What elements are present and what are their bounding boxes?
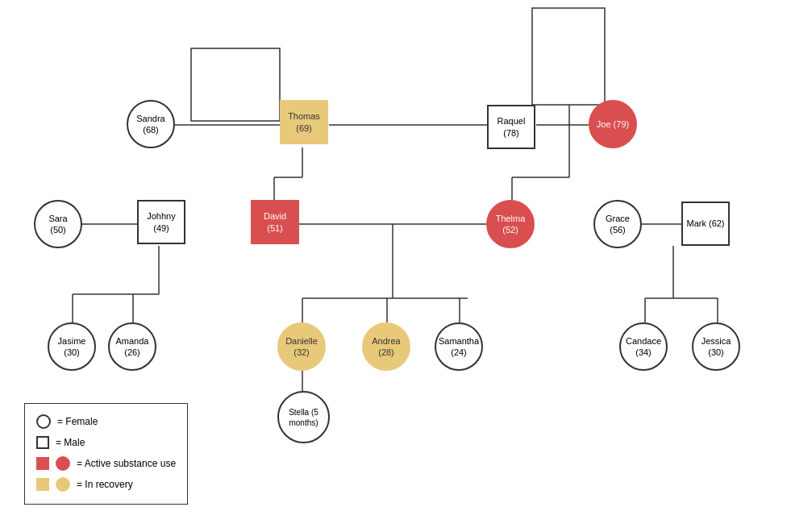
svg-rect-0	[191, 48, 280, 121]
legend-male-label: = Male	[56, 433, 85, 452]
grace-name: Grace	[606, 213, 630, 224]
jessica-shape: Jessica (30)	[692, 322, 740, 371]
legend-recovery-square-icon	[36, 478, 49, 491]
raquel-shape: Raquel (78)	[487, 105, 535, 149]
legend-active-circle-icon	[56, 456, 70, 471]
legend-recovery-row: = In recovery	[36, 475, 176, 494]
jessica-age: (30)	[708, 347, 724, 358]
raquel-age: (78)	[503, 127, 519, 139]
candace-age: (34)	[635, 347, 652, 358]
legend-female-icon	[36, 414, 51, 429]
thelma-shape: Thelma (52)	[486, 200, 535, 248]
thomas-name: Thomas	[288, 110, 320, 122]
sara-node: Sara (50)	[34, 200, 82, 248]
stella-name: Stella (5 months)	[279, 407, 328, 428]
thomas-node: Thomas (69)	[280, 100, 328, 144]
candace-shape: Candace (34)	[619, 322, 668, 371]
jessica-name: Jessica	[701, 335, 731, 347]
danielle-shape: Danielle (32)	[277, 322, 326, 371]
legend-active-row: = Active substance use	[36, 454, 176, 473]
david-shape: David (51)	[251, 200, 299, 244]
samantha-age: (24)	[451, 347, 467, 358]
mark-name: Mark (62)	[686, 218, 724, 229]
johhny-name: Johhny	[147, 210, 175, 222]
legend-female-row: = Female	[36, 412, 176, 431]
jasime-name: Jasime	[58, 335, 86, 347]
raquel-name: Raquel	[497, 115, 526, 127]
candace-node: Candace (34)	[619, 322, 668, 371]
legend-female-label: = Female	[57, 412, 98, 431]
grace-shape: Grace (56)	[593, 200, 642, 248]
sandra-name: Sandra	[136, 113, 164, 124]
amanda-age: (26)	[124, 347, 140, 358]
thomas-age: (69)	[296, 123, 312, 134]
sandra-age: (68)	[143, 124, 159, 135]
legend: = Female = Male = Active substance use =…	[24, 403, 188, 505]
johhny-shape: Johhny (49)	[137, 200, 185, 244]
sara-name: Sara	[48, 213, 67, 224]
amanda-shape: Amanda (26)	[108, 322, 156, 371]
samantha-node: Samantha (24)	[435, 322, 483, 371]
legend-male-icon	[36, 436, 49, 449]
candace-name: Candace	[626, 335, 661, 347]
joe-node: Joe (79)	[589, 100, 637, 148]
sandra-node: Sandra (68)	[127, 100, 175, 148]
thelma-age: (52)	[502, 224, 518, 235]
grace-age: (56)	[610, 224, 626, 235]
jasime-shape: Jasime (30)	[48, 322, 96, 371]
jasime-age: (30)	[64, 347, 80, 358]
raquel-node: Raquel (78)	[487, 105, 535, 149]
andrea-name: Andrea	[372, 335, 400, 347]
mark-shape: Mark (62)	[681, 202, 730, 246]
legend-recovery-circle-icon	[56, 477, 70, 492]
danielle-age: (32)	[294, 347, 310, 358]
legend-active-square-icon	[36, 457, 49, 470]
jasime-node: Jasime (30)	[48, 322, 96, 371]
danielle-name: Danielle	[285, 335, 318, 347]
andrea-node: Andrea (28)	[362, 322, 410, 371]
david-name: David	[264, 210, 286, 222]
stella-shape: Stella (5 months)	[277, 391, 330, 443]
thomas-shape: Thomas (69)	[280, 100, 328, 144]
amanda-name: Amanda	[116, 335, 149, 347]
stella-node: Stella (5 months)	[277, 391, 330, 443]
sara-age: (50)	[50, 224, 66, 235]
joe-name: Joe (79)	[597, 118, 629, 130]
amanda-node: Amanda (26)	[108, 322, 156, 371]
legend-recovery-label: = In recovery	[77, 475, 133, 494]
jessica-node: Jessica (30)	[692, 322, 740, 371]
johhny-age: (49)	[153, 222, 169, 234]
david-age: (51)	[267, 222, 283, 234]
legend-male-row: = Male	[36, 433, 176, 452]
david-node: David (51)	[251, 200, 299, 244]
joe-shape: Joe (79)	[589, 100, 637, 148]
johhny-node: Johhny (49)	[137, 200, 185, 244]
mark-node: Mark (62)	[681, 202, 730, 246]
samantha-name: Samantha	[439, 335, 479, 347]
danielle-node: Danielle (32)	[277, 322, 326, 371]
legend-active-label: = Active substance use	[77, 454, 176, 473]
thelma-name: Thelma	[496, 213, 526, 224]
sara-shape: Sara (50)	[34, 200, 82, 248]
svg-rect-1	[532, 8, 605, 105]
andrea-age: (28)	[378, 347, 394, 358]
andrea-shape: Andrea (28)	[362, 322, 410, 371]
sandra-shape: Sandra (68)	[127, 100, 175, 148]
samantha-shape: Samantha (24)	[435, 322, 483, 371]
thelma-node: Thelma (52)	[486, 200, 535, 248]
grace-node: Grace (56)	[593, 200, 642, 248]
